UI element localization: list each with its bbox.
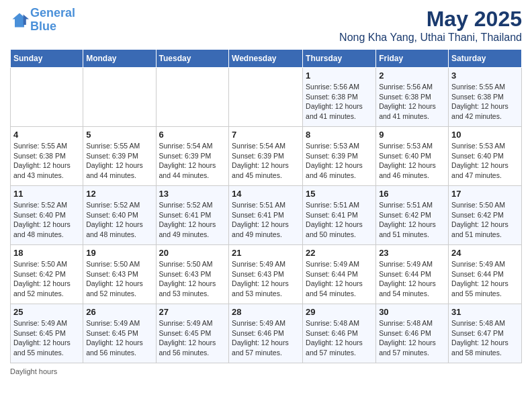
calendar-cell: 14Sunrise: 5:51 AM Sunset: 6:41 PM Dayli… bbox=[229, 186, 303, 245]
day-number: 30 bbox=[379, 307, 445, 317]
day-info: Sunrise: 5:49 AM Sunset: 6:44 PM Dayligh… bbox=[379, 259, 445, 299]
logo-icon bbox=[10, 11, 29, 30]
calendar-cell: 26Sunrise: 5:49 AM Sunset: 6:45 PM Dayli… bbox=[83, 304, 156, 363]
calendar-cell: 30Sunrise: 5:48 AM Sunset: 6:46 PM Dayli… bbox=[376, 304, 449, 363]
day-info: Sunrise: 5:49 AM Sunset: 6:45 PM Dayligh… bbox=[159, 318, 226, 358]
day-number: 23 bbox=[379, 248, 445, 258]
calendar-cell bbox=[11, 68, 83, 127]
day-number: 5 bbox=[86, 130, 152, 140]
day-info: Sunrise: 5:50 AM Sunset: 6:42 PM Dayligh… bbox=[451, 200, 519, 240]
calendar-cell bbox=[156, 68, 229, 127]
day-info: Sunrise: 5:49 AM Sunset: 6:45 PM Dayligh… bbox=[86, 318, 152, 358]
calendar-cell: 15Sunrise: 5:51 AM Sunset: 6:41 PM Dayli… bbox=[303, 186, 376, 245]
day-info: Sunrise: 5:51 AM Sunset: 6:42 PM Dayligh… bbox=[379, 200, 445, 240]
calendar-cell: 5Sunrise: 5:55 AM Sunset: 6:39 PM Daylig… bbox=[83, 127, 156, 186]
calendar-header-cell: Sunday bbox=[11, 50, 83, 68]
day-number: 13 bbox=[159, 189, 226, 199]
day-number: 14 bbox=[232, 189, 300, 199]
day-info: Sunrise: 5:52 AM Sunset: 6:40 PM Dayligh… bbox=[86, 200, 152, 240]
calendar-cell: 2Sunrise: 5:56 AM Sunset: 6:38 PM Daylig… bbox=[376, 68, 449, 127]
day-number: 16 bbox=[379, 189, 445, 199]
day-info: Sunrise: 5:53 AM Sunset: 6:40 PM Dayligh… bbox=[451, 141, 519, 181]
calendar-cell: 27Sunrise: 5:49 AM Sunset: 6:45 PM Dayli… bbox=[156, 304, 229, 363]
calendar-header-cell: Tuesday bbox=[156, 50, 229, 68]
day-info: Sunrise: 5:48 AM Sunset: 6:47 PM Dayligh… bbox=[451, 318, 519, 358]
calendar-header-row: SundayMondayTuesdayWednesdayThursdayFrid… bbox=[11, 50, 522, 68]
day-number: 24 bbox=[451, 248, 519, 258]
title-block: May 2025 Nong Kha Yang, Uthai Thani, Tha… bbox=[339, 7, 522, 44]
calendar-cell: 10Sunrise: 5:53 AM Sunset: 6:40 PM Dayli… bbox=[449, 127, 522, 186]
calendar-cell: 25Sunrise: 5:49 AM Sunset: 6:45 PM Dayli… bbox=[11, 304, 83, 363]
day-info: Sunrise: 5:52 AM Sunset: 6:40 PM Dayligh… bbox=[13, 200, 80, 240]
day-info: Sunrise: 5:51 AM Sunset: 6:41 PM Dayligh… bbox=[232, 200, 300, 240]
day-number: 27 bbox=[159, 307, 226, 317]
calendar-cell: 3Sunrise: 5:55 AM Sunset: 6:38 PM Daylig… bbox=[449, 68, 522, 127]
day-info: Sunrise: 5:54 AM Sunset: 6:39 PM Dayligh… bbox=[232, 141, 300, 181]
logo: General Blue bbox=[10, 7, 75, 34]
day-number: 8 bbox=[306, 130, 373, 140]
calendar-cell: 6Sunrise: 5:54 AM Sunset: 6:39 PM Daylig… bbox=[156, 127, 229, 186]
calendar-cell: 16Sunrise: 5:51 AM Sunset: 6:42 PM Dayli… bbox=[376, 186, 449, 245]
calendar-cell: 31Sunrise: 5:48 AM Sunset: 6:47 PM Dayli… bbox=[449, 304, 522, 363]
day-number: 19 bbox=[86, 248, 152, 258]
day-info: Sunrise: 5:49 AM Sunset: 6:43 PM Dayligh… bbox=[232, 259, 300, 299]
day-number: 18 bbox=[13, 248, 80, 258]
day-number: 31 bbox=[451, 307, 519, 317]
day-info: Sunrise: 5:49 AM Sunset: 6:46 PM Dayligh… bbox=[232, 318, 300, 358]
calendar-week-row: 25Sunrise: 5:49 AM Sunset: 6:45 PM Dayli… bbox=[11, 304, 522, 363]
calendar-cell: 12Sunrise: 5:52 AM Sunset: 6:40 PM Dayli… bbox=[83, 186, 156, 245]
day-info: Sunrise: 5:51 AM Sunset: 6:41 PM Dayligh… bbox=[306, 200, 373, 240]
day-info: Sunrise: 5:56 AM Sunset: 6:38 PM Dayligh… bbox=[306, 82, 373, 122]
calendar-cell: 21Sunrise: 5:49 AM Sunset: 6:43 PM Dayli… bbox=[229, 245, 303, 304]
footer-text: Daylight hours bbox=[10, 367, 57, 375]
calendar-header-cell: Thursday bbox=[303, 50, 376, 68]
day-number: 29 bbox=[306, 307, 373, 317]
day-info: Sunrise: 5:49 AM Sunset: 6:44 PM Dayligh… bbox=[306, 259, 373, 299]
calendar-week-row: 18Sunrise: 5:50 AM Sunset: 6:42 PM Dayli… bbox=[11, 245, 522, 304]
calendar-header-cell: Monday bbox=[83, 50, 156, 68]
calendar-cell: 7Sunrise: 5:54 AM Sunset: 6:39 PM Daylig… bbox=[229, 127, 303, 186]
day-number: 2 bbox=[379, 71, 445, 81]
day-info: Sunrise: 5:56 AM Sunset: 6:38 PM Dayligh… bbox=[379, 82, 445, 122]
day-info: Sunrise: 5:55 AM Sunset: 6:39 PM Dayligh… bbox=[86, 141, 152, 181]
calendar-cell: 22Sunrise: 5:49 AM Sunset: 6:44 PM Dayli… bbox=[303, 245, 376, 304]
day-info: Sunrise: 5:49 AM Sunset: 6:45 PM Dayligh… bbox=[13, 318, 80, 358]
day-number: 3 bbox=[451, 71, 519, 81]
calendar-table: SundayMondayTuesdayWednesdayThursdayFrid… bbox=[10, 49, 522, 363]
logo-text: General Blue bbox=[30, 7, 75, 34]
day-number: 4 bbox=[13, 130, 80, 140]
day-info: Sunrise: 5:50 AM Sunset: 6:43 PM Dayligh… bbox=[86, 259, 152, 299]
calendar-week-row: 1Sunrise: 5:56 AM Sunset: 6:38 PM Daylig… bbox=[11, 68, 522, 127]
day-info: Sunrise: 5:54 AM Sunset: 6:39 PM Dayligh… bbox=[159, 141, 226, 181]
day-info: Sunrise: 5:53 AM Sunset: 6:40 PM Dayligh… bbox=[379, 141, 445, 181]
day-number: 1 bbox=[306, 71, 373, 81]
day-info: Sunrise: 5:49 AM Sunset: 6:44 PM Dayligh… bbox=[451, 259, 519, 299]
day-info: Sunrise: 5:50 AM Sunset: 6:42 PM Dayligh… bbox=[13, 259, 80, 299]
day-number: 15 bbox=[306, 189, 373, 199]
day-info: Sunrise: 5:48 AM Sunset: 6:46 PM Dayligh… bbox=[379, 318, 445, 358]
day-number: 10 bbox=[451, 130, 519, 140]
page-header: General Blue May 2025 Nong Kha Yang, Uth… bbox=[10, 7, 522, 44]
calendar-cell: 11Sunrise: 5:52 AM Sunset: 6:40 PM Dayli… bbox=[11, 186, 83, 245]
calendar-cell: 1Sunrise: 5:56 AM Sunset: 6:38 PM Daylig… bbox=[303, 68, 376, 127]
day-info: Sunrise: 5:48 AM Sunset: 6:46 PM Dayligh… bbox=[306, 318, 373, 358]
day-number: 21 bbox=[232, 248, 300, 258]
calendar-week-row: 4Sunrise: 5:55 AM Sunset: 6:38 PM Daylig… bbox=[11, 127, 522, 186]
calendar-cell: 29Sunrise: 5:48 AM Sunset: 6:46 PM Dayli… bbox=[303, 304, 376, 363]
calendar-cell bbox=[83, 68, 156, 127]
calendar-cell: 9Sunrise: 5:53 AM Sunset: 6:40 PM Daylig… bbox=[376, 127, 449, 186]
calendar-cell bbox=[229, 68, 303, 127]
day-number: 28 bbox=[232, 307, 300, 317]
day-number: 25 bbox=[13, 307, 80, 317]
day-number: 7 bbox=[232, 130, 300, 140]
calendar-cell: 4Sunrise: 5:55 AM Sunset: 6:38 PM Daylig… bbox=[11, 127, 83, 186]
calendar-cell: 19Sunrise: 5:50 AM Sunset: 6:43 PM Dayli… bbox=[83, 245, 156, 304]
day-number: 17 bbox=[451, 189, 519, 199]
calendar-header-cell: Wednesday bbox=[229, 50, 303, 68]
calendar-cell: 20Sunrise: 5:50 AM Sunset: 6:43 PM Dayli… bbox=[156, 245, 229, 304]
day-info: Sunrise: 5:55 AM Sunset: 6:38 PM Dayligh… bbox=[451, 82, 519, 122]
day-info: Sunrise: 5:53 AM Sunset: 6:39 PM Dayligh… bbox=[306, 141, 373, 181]
day-number: 12 bbox=[86, 189, 152, 199]
calendar-week-row: 11Sunrise: 5:52 AM Sunset: 6:40 PM Dayli… bbox=[11, 186, 522, 245]
page-subtitle: Nong Kha Yang, Uthai Thani, Thailand bbox=[339, 32, 522, 44]
